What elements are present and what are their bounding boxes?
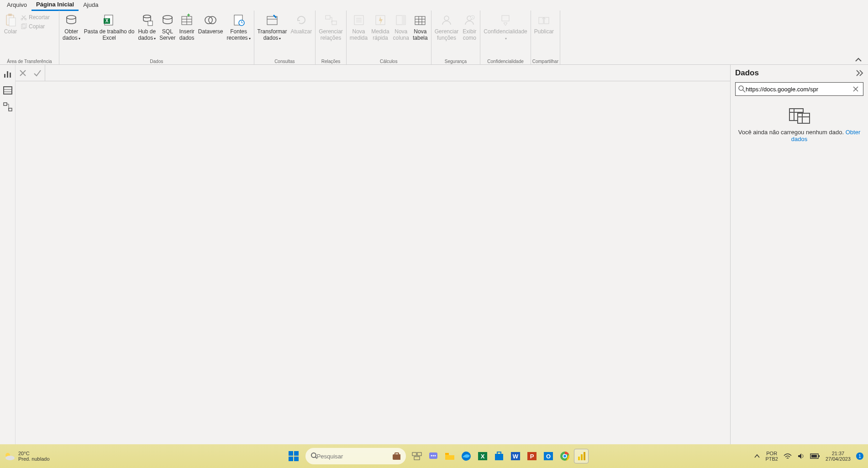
cut-icon: [21, 14, 27, 21]
excel-app-button[interactable]: X: [475, 449, 490, 463]
tab-ajuda[interactable]: Ajuda: [79, 0, 103, 10]
gerenciar-relacoes-button[interactable]: Gerenciar relações: [317, 11, 345, 42]
battery-icon[interactable]: [810, 453, 820, 459]
svg-point-11: [143, 15, 151, 18]
svg-point-54: [739, 86, 743, 90]
chrome-icon: [560, 451, 570, 461]
taskbar-search-input[interactable]: [317, 453, 390, 460]
wifi-icon[interactable]: [784, 453, 792, 459]
outlook-icon: O: [543, 451, 553, 461]
taskbar-search[interactable]: [305, 448, 406, 464]
relationships-icon: [324, 13, 338, 27]
panel-expand-button[interactable]: [856, 70, 863, 76]
recortar-button[interactable]: Recortar: [21, 14, 50, 21]
formula-input[interactable]: [45, 65, 730, 81]
store-button[interactable]: [492, 449, 506, 463]
medida-rapida-button[interactable]: Medida rápida: [369, 11, 391, 42]
recent-sources-icon: [231, 13, 246, 27]
nova-coluna-button[interactable]: Nova coluna: [391, 11, 411, 42]
hub-dados-label: Hub de dados▾: [138, 28, 156, 42]
svg-text:O: O: [546, 453, 550, 460]
gerenciar-relacoes-label: Gerenciar relações: [319, 28, 343, 42]
powerbi-button[interactable]: [574, 449, 589, 463]
fontes-recentes-button[interactable]: Fontes recentes▾: [225, 11, 253, 42]
svg-rect-59: [798, 113, 810, 123]
taskview-button[interactable]: [410, 449, 424, 463]
hub-dados-button[interactable]: Hub de dados▾: [136, 11, 158, 42]
canvas-area[interactable]: [16, 81, 730, 444]
data-view-button[interactable]: [3, 86, 12, 95]
powerpoint-button[interactable]: P: [525, 449, 539, 463]
dataverse-button[interactable]: Dataverse: [196, 11, 225, 35]
svg-rect-67: [294, 457, 299, 461]
colar-button[interactable]: Colar: [1, 11, 20, 35]
obter-dados-button[interactable]: Obter dados▾: [61, 11, 82, 42]
gerenciar-funcoes-button[interactable]: Gerenciar funções: [433, 11, 461, 42]
svg-rect-46: [4, 74, 5, 78]
clear-search-button[interactable]: [851, 86, 860, 92]
svg-rect-64: [289, 451, 293, 456]
nova-coluna-label: Nova coluna: [393, 28, 409, 42]
outlook-button[interactable]: O: [541, 449, 556, 463]
tab-arquivo[interactable]: Arquivo: [2, 0, 32, 10]
svg-rect-74: [414, 457, 420, 460]
tray-chevron-icon[interactable]: [754, 454, 760, 458]
nova-medida-button[interactable]: Nova medida: [348, 11, 369, 42]
dataverse-label: Dataverse: [198, 28, 223, 35]
colar-label: Colar: [4, 28, 17, 35]
edge-button[interactable]: [459, 449, 473, 463]
svg-rect-48: [10, 73, 11, 78]
copiar-button[interactable]: Copiar: [21, 23, 50, 30]
model-view-button[interactable]: [3, 102, 12, 111]
clock[interactable]: 21:37 27/04/2023: [826, 451, 851, 462]
gerenciar-funcoes-label: Gerenciar funções: [435, 28, 459, 42]
publicar-button[interactable]: Publicar: [532, 11, 556, 35]
clipboard-group-label: Área de Transferência: [1, 58, 58, 64]
svg-point-78: [434, 455, 436, 457]
copy-icon: [21, 23, 27, 30]
atualizar-button[interactable]: Atualizar: [289, 11, 314, 35]
commit-formula-button[interactable]: [30, 66, 45, 80]
exibir-como-button[interactable]: Exibir como: [460, 11, 479, 42]
search-icon: [311, 452, 317, 460]
weather-widget[interactable]: 20°C Pred. nublado: [0, 451, 50, 462]
sql-server-button[interactable]: SQL Server: [158, 11, 177, 42]
weather-desc: Pred. nublado: [18, 456, 50, 462]
chat-button[interactable]: [426, 449, 441, 463]
chevron-up-icon: [855, 58, 862, 62]
word-button[interactable]: W: [508, 449, 523, 463]
svg-rect-35: [415, 16, 425, 25]
svg-text:W: W: [512, 453, 518, 460]
svg-rect-1: [8, 14, 12, 16]
weather-icon: [3, 451, 16, 462]
quick-measure-icon: [373, 13, 388, 27]
cancel-formula-button[interactable]: [16, 66, 30, 80]
volume-icon[interactable]: [797, 452, 805, 460]
svg-rect-49: [4, 87, 12, 94]
explorer-button[interactable]: [442, 449, 457, 463]
tab-pagina-inicial[interactable]: Página Inicial: [32, 0, 79, 11]
x-icon: [853, 86, 858, 92]
panel-search-input[interactable]: [746, 86, 851, 93]
chrome-button[interactable]: [558, 449, 572, 463]
notification-badge[interactable]: 1: [856, 452, 863, 460]
pasta-excel-button[interactable]: X Pasta de trabalho do Excel: [82, 11, 137, 42]
nova-tabela-button[interactable]: Nova tabela: [411, 11, 430, 42]
inserir-dados-button[interactable]: Inserir dados: [178, 11, 196, 42]
svg-rect-27: [332, 21, 337, 25]
svg-text:X: X: [105, 18, 109, 23]
svg-rect-79: [445, 453, 449, 455]
language-indicator[interactable]: POR PTB2: [765, 451, 778, 462]
excel-app-icon: X: [478, 451, 488, 461]
confidencialidade-button[interactable]: Confidencialidade▾: [482, 11, 529, 42]
start-button[interactable]: [284, 447, 303, 465]
svg-line-55: [743, 90, 745, 92]
report-view-button[interactable]: [3, 69, 12, 79]
svg-point-77: [432, 455, 434, 457]
inserir-dados-label: Inserir dados: [179, 28, 195, 42]
transformar-dados-button[interactable]: Transformar dados▾: [256, 11, 289, 42]
publicar-label: Publicar: [534, 28, 554, 35]
svg-point-76: [431, 455, 432, 457]
get-data-icon: [64, 13, 79, 27]
svg-rect-84: [497, 452, 501, 454]
